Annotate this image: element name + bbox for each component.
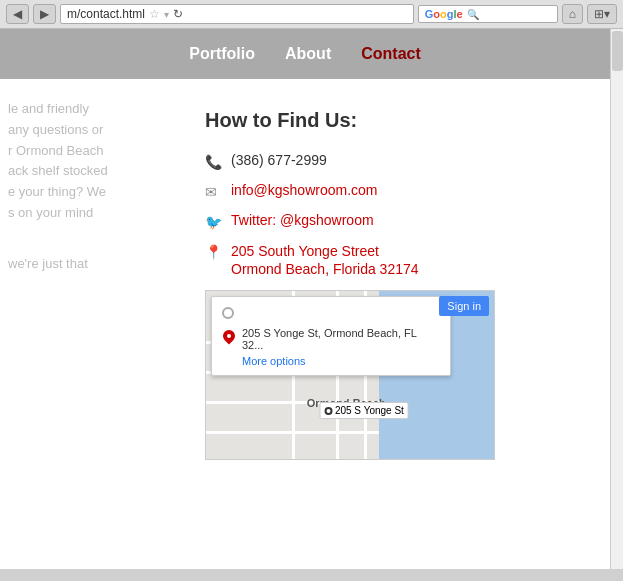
search-icon: 🔍 — [467, 9, 479, 20]
contact-phone: (386) 677-2999 — [231, 152, 327, 168]
contact-twitter-item: 🐦 Twitter: @kgshowroom — [205, 212, 590, 230]
sidebar-line3: r Ormond Beach — [8, 141, 155, 162]
contact-email-item: ✉ info@kgshowroom.com — [205, 182, 590, 200]
site-nav: Portfolio About Contact — [0, 29, 610, 79]
nav-inner: Portfolio About Contact — [189, 45, 421, 63]
map-container[interactable]: Ormond Beach 205 S Yonge St — [205, 290, 495, 460]
twitter-icon: 🐦 — [205, 214, 221, 230]
phone-icon: 📞 — [205, 154, 221, 170]
address-text: m/contact.html — [67, 7, 145, 21]
location-dot-icon — [325, 407, 333, 415]
address-bar[interactable]: m/contact.html ☆ ▾ ↻ — [60, 4, 414, 24]
sign-in-button[interactable]: Sign in — [439, 296, 489, 316]
map-location-pin: 205 S Yonge St — [320, 402, 409, 419]
bookmark-icon: ☆ — [149, 7, 160, 21]
contact-phone-item: 📞 (386) 677-2999 — [205, 152, 590, 170]
location-icon: 📍 — [205, 244, 221, 260]
nav-contact[interactable]: Contact — [361, 45, 421, 63]
nav-buttons: ◀ ▶ — [6, 4, 56, 24]
scrollbar-thumb[interactable] — [612, 31, 623, 71]
full-page: Portfolio About Contact le and friendly … — [0, 29, 610, 569]
refresh-button[interactable]: ↻ — [173, 7, 183, 21]
map-pin-icon — [222, 330, 236, 348]
scrollbar[interactable] — [610, 29, 623, 569]
email-icon: ✉ — [205, 184, 221, 200]
section-title: How to Find Us: — [205, 109, 590, 132]
sidebar-line5: e your thing? We — [8, 182, 155, 203]
home-button[interactable]: ⌂ — [562, 4, 583, 24]
contact-address: 205 South Yonge Street Ormond Beach, Flo… — [231, 242, 419, 278]
address-bar-row: ◀ ▶ m/contact.html ☆ ▾ ↻ Google 🔍 ⌂ ⊞▾ — [0, 0, 623, 28]
address-line2[interactable]: Ormond Beach, Florida 32174 — [231, 261, 419, 277]
page-body: le and friendly any questions or r Ormon… — [0, 79, 610, 569]
popup-search-input[interactable] — [240, 305, 440, 321]
contact-email[interactable]: info@kgshowroom.com — [231, 182, 378, 198]
search-bar[interactable]: Google 🔍 — [418, 5, 558, 23]
website-wrapper: Portfolio About Contact le and friendly … — [0, 29, 623, 569]
popup-address: 205 S Yonge St, Ormond Beach, FL 32... — [242, 327, 440, 351]
sidebar-line6: s on your mind — [8, 203, 155, 224]
forward-button[interactable]: ▶ — [33, 4, 56, 24]
nav-portfolio[interactable]: Portfolio — [189, 45, 255, 63]
sidebar-line8: we're just that — [8, 254, 155, 275]
sidebar-line7 — [8, 224, 155, 254]
contact-address-item: 📍 205 South Yonge Street Ormond Beach, F… — [205, 242, 590, 278]
popup-search-circle — [222, 307, 234, 319]
back-button[interactable]: ◀ — [6, 4, 29, 24]
google-logo: Google — [425, 8, 463, 20]
sidebar-line4: ack shelf stocked — [8, 161, 155, 182]
map-popup: 205 S Yonge St, Ormond Beach, FL 32... M… — [211, 296, 451, 376]
more-options-link[interactable]: More options — [242, 355, 440, 367]
contact-twitter[interactable]: Twitter: @kgshowroom — [231, 212, 374, 228]
sidebar-line2: any questions or — [8, 120, 155, 141]
dropdown-icon: ▾ — [164, 9, 169, 20]
nav-about[interactable]: About — [285, 45, 331, 63]
popup-result: 205 S Yonge St, Ormond Beach, FL 32... — [222, 327, 440, 351]
browser-chrome: ◀ ▶ m/contact.html ☆ ▾ ↻ Google 🔍 ⌂ ⊞▾ — [0, 0, 623, 29]
address-line1[interactable]: 205 South Yonge Street — [231, 243, 379, 259]
menu-button[interactable]: ⊞▾ — [587, 4, 617, 24]
location-label-text: 205 S Yonge St — [335, 405, 404, 416]
location-label: 205 S Yonge St — [320, 402, 409, 419]
sidebar-line1: le and friendly — [8, 99, 155, 120]
contact-content: How to Find Us: 📞 (386) 677-2999 ✉ info@… — [155, 79, 610, 569]
popup-search-row — [222, 305, 440, 321]
left-sidebar-text: le and friendly any questions or r Ormon… — [0, 79, 155, 569]
